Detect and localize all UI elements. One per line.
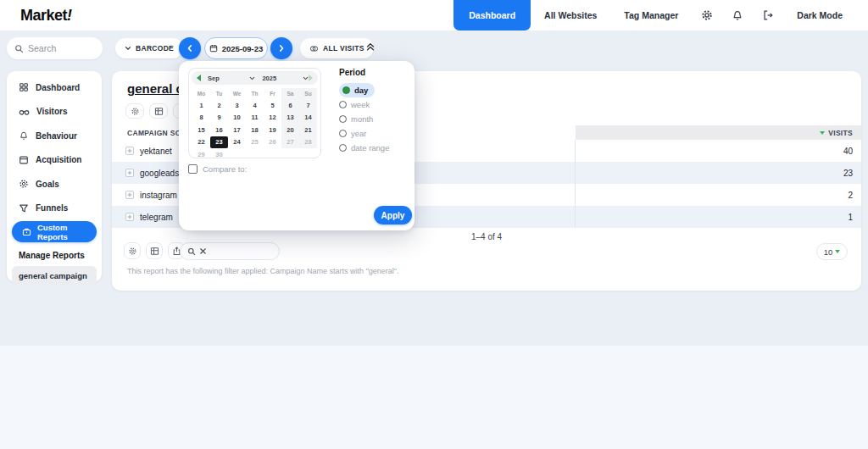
top-header-bar: Market! Dashboard All Websites Tag Manag… xyxy=(0,0,868,30)
sidebar-item-behaviour[interactable]: Behaviour xyxy=(7,124,102,148)
calendar-day[interactable]: 1 xyxy=(192,99,210,112)
collapse-double-chevron-icon[interactable] xyxy=(365,42,376,52)
sort-descending-icon xyxy=(820,131,825,135)
target-icon xyxy=(19,179,29,189)
site-selector-button[interactable]: BARCODE xyxy=(115,38,183,58)
table-search[interactable] xyxy=(180,242,280,260)
expand-plus-icon[interactable] xyxy=(125,169,134,177)
calendar-day[interactable]: 12 xyxy=(264,112,281,125)
month-value: Sep xyxy=(208,75,220,82)
calendar-day[interactable]: 8 xyxy=(192,112,210,125)
date-picker-button[interactable]: 2025-09-23 xyxy=(204,37,268,59)
expand-plus-icon[interactable] xyxy=(125,213,134,221)
global-search[interactable] xyxy=(7,37,103,59)
calendar-day[interactable]: 25 xyxy=(246,136,264,149)
year-select[interactable]: 2025 xyxy=(262,75,309,82)
table-view-icon[interactable] xyxy=(146,242,163,259)
previous-month-icon[interactable] xyxy=(197,75,201,81)
sidebar-report-general-campaign[interactable]: general campaign xyxy=(12,266,97,285)
nav-tag-manager[interactable]: Tag Manager xyxy=(610,0,692,30)
segment-selector-button[interactable]: ALL VISITS xyxy=(300,38,374,58)
calendar-day[interactable]: 29 xyxy=(192,148,210,158)
report-settings-gear-icon[interactable] xyxy=(125,103,144,119)
sidebar-item-label: Behaviour xyxy=(36,131,77,141)
logout-icon[interactable] xyxy=(753,0,783,30)
next-date-button[interactable] xyxy=(270,37,292,59)
period-option-year[interactable]: year xyxy=(339,126,389,141)
dark-mode-toggle[interactable]: Dark Mode xyxy=(783,0,856,30)
calendar-day[interactable]: 18 xyxy=(246,124,264,136)
period-option-day[interactable]: day xyxy=(339,83,375,97)
report-settings-gear-icon[interactable] xyxy=(124,242,141,259)
calendar-day[interactable]: 23 xyxy=(210,136,228,149)
expand-plus-icon[interactable] xyxy=(125,191,134,199)
chevron-down-icon xyxy=(835,250,840,253)
radio-icon xyxy=(339,101,347,108)
date-value: 2025-09-23 xyxy=(222,44,264,53)
manage-reports-label: Manage Reports xyxy=(7,245,102,264)
previous-date-button[interactable] xyxy=(179,37,201,59)
calendar-day[interactable]: 4 xyxy=(246,99,264,112)
row-label[interactable]: telegram xyxy=(140,213,173,222)
weekday-header: Th xyxy=(246,88,264,99)
nav-all-websites[interactable]: All Websites xyxy=(531,0,610,30)
calendar-day[interactable]: 2 xyxy=(210,99,228,112)
apply-button[interactable]: Apply xyxy=(374,206,412,224)
sidebar-item-visitors[interactable]: Visitors xyxy=(7,100,102,125)
calendar-day[interactable]: 21 xyxy=(299,124,317,136)
row-label[interactable]: googleads xyxy=(140,169,179,178)
calendar-day[interactable]: 17 xyxy=(228,124,246,136)
expand-plus-icon[interactable] xyxy=(125,147,134,155)
month-select[interactable]: Sep xyxy=(208,75,255,82)
calendar-day[interactable]: 30 xyxy=(210,148,228,158)
calendar-day[interactable]: 14 xyxy=(299,112,317,125)
rows-per-page-value: 10 xyxy=(824,247,833,257)
calendar-day[interactable]: 6 xyxy=(281,99,299,112)
calendar-day[interactable]: 20 xyxy=(281,124,299,136)
clear-x-icon[interactable] xyxy=(199,247,207,255)
sidebar-item-custom-reports[interactable]: Custom Reports xyxy=(12,221,97,242)
rows-per-page-selector[interactable]: 10 xyxy=(816,243,848,260)
calendar-day[interactable]: 5 xyxy=(264,99,281,112)
calendar-nav-bar: Sep 2025 xyxy=(192,71,318,85)
notifications-bell-icon[interactable] xyxy=(722,0,753,30)
weekday-header: Fr xyxy=(264,88,281,99)
next-month-icon[interactable] xyxy=(309,75,313,81)
search-input[interactable] xyxy=(28,43,87,53)
calendar-day[interactable]: 9 xyxy=(210,112,228,125)
row-visits: 2 xyxy=(848,191,853,200)
column-header-visits[interactable]: VISITS xyxy=(576,125,861,140)
nav-dashboard[interactable]: Dashboard xyxy=(453,0,531,30)
compare-to-option[interactable]: Compare to: xyxy=(188,164,247,174)
settings-gear-icon[interactable] xyxy=(692,0,722,30)
calendar-day[interactable]: 19 xyxy=(264,124,281,136)
row-label[interactable]: yektanet xyxy=(140,147,172,156)
calendar-day[interactable]: 13 xyxy=(281,112,299,125)
calendar-day[interactable]: 26 xyxy=(264,136,281,149)
sidebar-item-dashboard[interactable]: Dashboard xyxy=(7,75,102,100)
table-view-icon[interactable] xyxy=(149,103,168,119)
calendar-day[interactable]: 24 xyxy=(228,136,246,149)
calendar-day[interactable]: 10 xyxy=(228,112,246,125)
calendar-day[interactable]: 28 xyxy=(299,136,317,149)
calendar-day[interactable]: 11 xyxy=(246,112,264,125)
period-option-label: day xyxy=(354,86,368,95)
calendar-day[interactable]: 3 xyxy=(228,99,246,112)
compare-checkbox[interactable] xyxy=(188,164,198,174)
calendar-day[interactable]: 16 xyxy=(210,124,228,136)
calendar-day[interactable]: 15 xyxy=(192,124,210,136)
sidebar-item-funnels[interactable]: Funnels xyxy=(7,197,102,221)
date-picker-popover: Sep 2025 MoTuWeThFrSaSu12345678910111213… xyxy=(179,61,415,230)
period-option-date-range[interactable]: date range xyxy=(339,141,389,155)
period-option-week[interactable]: week xyxy=(339,97,389,112)
calendar-day[interactable]: 7 xyxy=(299,99,317,112)
calendar-day[interactable]: 27 xyxy=(281,136,299,149)
table-search-input[interactable] xyxy=(210,247,270,256)
sidebar-item-goals[interactable]: Goals xyxy=(7,172,102,197)
period-option-month[interactable]: month xyxy=(339,112,389,126)
calendar-day[interactable]: 22 xyxy=(192,136,210,149)
chevron-down-icon xyxy=(303,76,309,80)
row-label[interactable]: instagram xyxy=(140,191,177,200)
radio-icon xyxy=(339,144,347,152)
sidebar-item-acquisition[interactable]: Acquisition xyxy=(7,148,102,173)
